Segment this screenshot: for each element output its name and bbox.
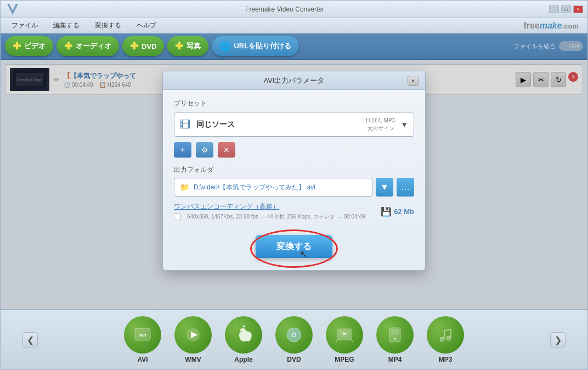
menu-bar: ファイル 編集する 変換する ヘルプ freemake.com — [1, 18, 587, 33]
settings-preset-button[interactable]: ⚙ — [196, 142, 213, 158]
svg-point-10 — [293, 334, 295, 336]
app-logo — [5, 2, 20, 17]
plus-icon: ✚ — [13, 40, 21, 52]
output-browse-button[interactable]: … — [397, 178, 414, 197]
mpeg-icon — [326, 316, 363, 354]
output-section-label: 出力フォルダ — [174, 165, 414, 175]
plus-icon-photo: ✚ — [175, 40, 183, 52]
svg-point-18 — [394, 338, 396, 340]
format-bar: ❮ AVI AVI W — [1, 309, 587, 369]
toolbar: ✚ ビデオ ✚ オーディオ ✚ DVD ✚ 写真 🌐 URLを貼り付ける ファイ… — [1, 33, 587, 60]
dropdown-arrow-icon: ▼ — [400, 120, 408, 129]
dvd-icon — [275, 316, 313, 354]
svg-rect-17 — [391, 329, 399, 335]
format-dvd[interactable]: DVD — [275, 316, 313, 363]
toggle-off-label: OFF — [569, 43, 582, 49]
menu-help[interactable]: ヘルプ — [130, 20, 163, 31]
encode-details: 640x360, 1467Kbs, 23.98 fps — 44 kHz, 25… — [174, 213, 365, 221]
modal-close-button[interactable]: × — [408, 76, 419, 86]
next-format-button[interactable]: ❯ — [550, 332, 566, 347]
output-path-text: D:\video\【本気でラップやってみた】.avi — [194, 183, 315, 192]
convert-button-area: 変換する ↖ — [174, 229, 414, 261]
wmv-label: WMV — [185, 356, 201, 363]
combine-label: ファイルを結合 — [513, 42, 556, 51]
svg-point-20 — [446, 336, 451, 340]
output-path-row: 📁 D:\video\【本気でラップやってみた】.avi ▼ … — [174, 178, 414, 197]
globe-icon: 🌐 — [219, 41, 230, 52]
mpeg-label: MPEG — [335, 356, 354, 363]
preset-codec: H.264, MP3 — [366, 117, 395, 125]
encode-checkbox[interactable] — [174, 214, 180, 220]
format-avi[interactable]: AVI AVI — [124, 316, 161, 363]
video-label: ビデオ — [24, 41, 46, 51]
mp4-icon — [376, 316, 414, 354]
film-icon: 🎞 — [180, 119, 191, 131]
avi-icon: AVI — [124, 316, 161, 354]
preset-dropdown[interactable]: 🎞 同じソース H.264, MP3 元のサイズ ▼ — [174, 113, 414, 137]
window-controls: － □ × — [549, 5, 583, 13]
format-mpeg[interactable]: MPEG — [326, 316, 363, 363]
svg-point-19 — [440, 337, 444, 341]
window-title: Freemake Video Converter — [20, 5, 549, 13]
prev-format-button[interactable]: ❮ — [22, 332, 38, 347]
plus-icon-audio: ✚ — [64, 40, 72, 52]
output-dropdown-button[interactable]: ▼ — [376, 178, 393, 197]
format-apple[interactable]: Apple — [225, 316, 262, 363]
encode-info: ワンパスエンコーディング（高速） 640x360, 1467Kbs, 23.98… — [174, 202, 414, 221]
file-combine-area: ファイルを結合 OFF — [513, 41, 583, 51]
menu-convert[interactable]: 変換する — [88, 20, 128, 31]
plus-icon-dvd: ✚ — [130, 40, 138, 52]
avi-params-modal: AVI出力パラメータ × プリセット 🎞 同じソース H.264, MP3 元の… — [162, 71, 426, 271]
encode-details-text: 640x360, 1467Kbs, 23.98 fps — 44 kHz, 25… — [187, 213, 365, 221]
encode-size: 💾 62 Mb — [381, 206, 414, 217]
window-close-button[interactable]: × — [573, 5, 583, 13]
menu-items: ファイル 編集する 変換する ヘルプ — [5, 20, 163, 31]
audio-label: オーディオ — [76, 41, 111, 51]
size-value: 62 Mb — [394, 208, 414, 216]
url-button[interactable]: 🌐 URLを貼り付ける — [212, 36, 299, 56]
dvd-label: DVD — [287, 356, 301, 363]
maximize-button[interactable]: □ — [561, 5, 571, 13]
minimize-button[interactable]: － — [549, 5, 559, 13]
format-mp4[interactable]: MP4 — [376, 316, 414, 363]
svg-marker-0 — [7, 4, 18, 15]
encode-mode-link[interactable]: ワンパスエンコーディング（高速） — [174, 202, 365, 211]
folder-icon: 📁 — [180, 183, 189, 192]
brand-free: free — [523, 21, 539, 30]
svg-line-23 — [444, 329, 451, 330]
output-path-field[interactable]: 📁 D:\video\【本気でラップやってみた】.avi — [174, 178, 372, 197]
svg-line-13 — [336, 340, 337, 342]
size-icon: 💾 — [381, 206, 392, 217]
format-wmv[interactable]: WMV — [174, 316, 212, 363]
modal-title: AVI出力パラメータ — [180, 76, 408, 86]
photo-button[interactable]: ✚ 写真 — [167, 36, 208, 56]
wmv-icon — [174, 316, 212, 354]
video-button[interactable]: ✚ ビデオ — [5, 36, 53, 56]
menu-edit[interactable]: 編集する — [47, 20, 86, 31]
preset-size: 元のサイズ — [366, 125, 395, 132]
svg-text:AVI: AVI — [139, 333, 146, 338]
photo-label: 写真 — [186, 41, 201, 51]
modal-body: プリセット 🎞 同じソース H.264, MP3 元のサイズ ▼ ＋ — [163, 90, 425, 270]
delete-preset-button[interactable]: ✕ — [218, 142, 235, 158]
dvd-button[interactable]: ✚ DVD — [122, 36, 164, 56]
combine-toggle[interactable]: OFF — [559, 41, 583, 51]
preset-info: H.264, MP3 元のサイズ — [366, 117, 395, 132]
brand-suffix: .com — [562, 22, 579, 30]
logo-area — [5, 2, 20, 17]
convert-button[interactable]: 変換する — [256, 235, 332, 258]
modal-title-bar: AVI出力パラメータ × — [163, 71, 425, 90]
mp3-label: MP3 — [439, 356, 453, 363]
dvd-label: DVD — [142, 42, 156, 51]
apple-icon — [225, 316, 262, 354]
format-mp3[interactable]: MP3 — [427, 316, 464, 363]
audio-button[interactable]: ✚ オーディオ — [56, 36, 119, 56]
mp4-label: MP4 — [388, 356, 402, 363]
app-window: Freemake Video Converter － □ × ファイル 編集する… — [0, 0, 588, 370]
menu-file[interactable]: ファイル — [5, 20, 44, 31]
url-label: URLを貼り付ける — [234, 41, 291, 51]
format-icons: AVI AVI WMV — [38, 316, 550, 363]
preset-name: 同じソース — [196, 120, 360, 130]
svg-line-14 — [352, 340, 353, 342]
add-preset-button[interactable]: ＋ — [174, 142, 191, 158]
